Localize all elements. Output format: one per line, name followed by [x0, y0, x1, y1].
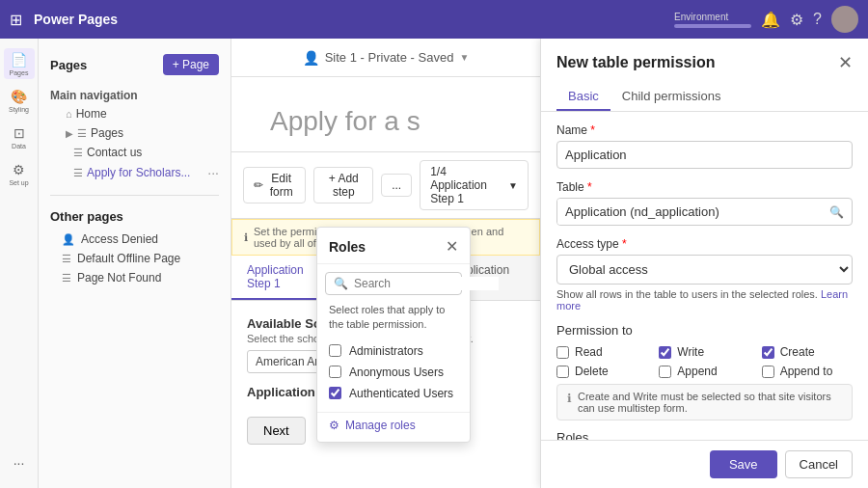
- panel-footer: Save Cancel: [541, 440, 868, 488]
- roles-desc: Select roles that apply to the table per…: [317, 303, 470, 340]
- permission-grid: Read Write Create Delete: [556, 345, 853, 378]
- perm-note-icon: ℹ: [567, 392, 572, 405]
- sidebar-item-pages[interactable]: ▶ ☰ Pages: [39, 123, 231, 143]
- main-layout: 📄 Pages 🎨 Styling ⊡ Data ⚙ Set up ··· Pa…: [0, 39, 868, 488]
- content-area: 👤 Site 1 - Private - Saved ▼ Apply for a…: [231, 39, 540, 488]
- access-denied-icon: 👤: [62, 233, 75, 246]
- offline-icon: ☰: [62, 253, 71, 265]
- sidebar-item-offline[interactable]: ☰ Default Offline Page: [39, 249, 231, 268]
- page-heading: Apply for a s: [231, 77, 540, 152]
- manage-roles-link[interactable]: ⚙ Manage roles: [317, 412, 470, 442]
- add-page-button[interactable]: + Page: [163, 54, 219, 75]
- write-checkbox[interactable]: [659, 346, 671, 359]
- sidebar-item-contact[interactable]: ☰ Contact us: [39, 143, 231, 162]
- perm-append[interactable]: Append: [659, 365, 749, 378]
- manage-roles-icon: ⚙: [329, 419, 339, 432]
- apply-icon: ☰: [73, 167, 83, 179]
- main-nav-group: Main navigation ⌂ Home ▶ ☰ Pages ☰ Conta…: [39, 81, 231, 187]
- access-type-select[interactable]: Global access Contact access Account acc…: [556, 255, 853, 285]
- avatar[interactable]: [831, 6, 858, 33]
- access-type-group: Access type * Global access Contact acce…: [556, 237, 853, 312]
- apply-more-icon[interactable]: ···: [207, 165, 219, 180]
- roles-popup-title: Roles: [329, 239, 366, 255]
- delete-checkbox[interactable]: [556, 366, 569, 378]
- roles-list: Administrators Anonymous Users Authentic…: [317, 340, 470, 412]
- iconbar-more[interactable]: ···: [4, 447, 35, 478]
- panel-title: New table permission: [556, 54, 716, 71]
- env-label: Environment: [674, 12, 751, 22]
- perm-create[interactable]: Create: [762, 345, 853, 359]
- pages-item-icon: ☰: [77, 127, 87, 140]
- contact-icon: ☰: [73, 147, 83, 159]
- site-info: Site 1 - Private - Saved: [325, 50, 454, 65]
- sidebar-item-home[interactable]: ⌂ Home: [39, 104, 231, 123]
- next-button[interactable]: Next: [247, 417, 306, 445]
- settings-icon[interactable]: ⚙: [790, 11, 803, 29]
- anonymous-checkbox[interactable]: [329, 366, 341, 378]
- name-input[interactable]: [556, 141, 853, 169]
- perm-append-to[interactable]: Append to: [762, 365, 853, 378]
- data-icon: ⊡: [14, 125, 25, 141]
- edit-form-button[interactable]: ✏ Edit form: [243, 167, 306, 203]
- table-search-icon: 🔍: [822, 205, 852, 219]
- perm-write[interactable]: Write: [659, 345, 749, 359]
- app-title: Power Pages: [34, 12, 666, 27]
- panel-header: New table permission ✕ Basic Child permi…: [541, 39, 868, 112]
- panel-tab-basic[interactable]: Basic: [556, 83, 610, 111]
- notification-icon[interactable]: 🔔: [761, 11, 780, 29]
- add-step-button[interactable]: + Add step: [313, 167, 373, 203]
- access-info: Show all rows in the table to users in t…: [556, 288, 853, 312]
- iconbar-styling[interactable]: 🎨 Styling: [4, 85, 35, 116]
- roles-popup-header: Roles ✕: [317, 228, 470, 264]
- pages-icon: 📄: [11, 52, 27, 68]
- topbar-right: Environment 🔔 ⚙ ?: [674, 6, 858, 33]
- roles-section: Roles + + Add roles 👤 Authenticated User…: [556, 430, 853, 440]
- save-button[interactable]: Save: [710, 450, 777, 478]
- roles-popup: Roles ✕ 🔍 Select roles that apply to the…: [316, 227, 471, 443]
- admin-checkbox[interactable]: [329, 344, 341, 357]
- iconbar-data[interactable]: ⊡ Data: [4, 122, 35, 152]
- sidebar-item-not-found[interactable]: ☰ Page Not Found: [39, 268, 231, 287]
- form-toolbar: ✏ Edit form + Add step ... 1/4 Applicati…: [231, 152, 540, 219]
- panel-title-row: New table permission ✕: [556, 52, 853, 73]
- table-input[interactable]: [557, 199, 822, 225]
- sidebar-divider: [50, 195, 219, 196]
- perm-note: ℹ Create and Write must be selected so t…: [556, 384, 853, 420]
- step-indicator[interactable]: 1/4 Application Step 1 ▼: [420, 160, 529, 210]
- roles-search-input[interactable]: [354, 277, 499, 290]
- roles-item-authenticated[interactable]: Authenticated Users: [329, 383, 458, 404]
- cancel-button[interactable]: Cancel: [785, 450, 853, 478]
- permission-title: Permission to: [556, 323, 853, 338]
- roles-popup-close-button[interactable]: ✕: [446, 237, 458, 256]
- info-icon: ℹ: [244, 231, 248, 244]
- append-checkbox[interactable]: [659, 366, 671, 378]
- not-found-icon: ☰: [62, 272, 71, 285]
- env-bar: [674, 24, 751, 28]
- panel-tabs: Basic Child permissions: [556, 83, 853, 111]
- help-icon[interactable]: ?: [813, 11, 822, 28]
- panel-body: Name * Table * 🔍 Access type: [541, 112, 868, 440]
- roles-item-administrators[interactable]: Administrators: [329, 340, 458, 362]
- panel-close-button[interactable]: ✕: [838, 52, 853, 73]
- sidebar-item-apply[interactable]: ☰ Apply for Scholars... ···: [39, 162, 231, 183]
- iconbar-setup[interactable]: ⚙ Set up: [4, 158, 35, 189]
- append-to-checkbox[interactable]: [762, 366, 774, 378]
- create-checkbox[interactable]: [762, 346, 774, 359]
- name-field-group: Name *: [556, 123, 853, 169]
- right-panel: New table permission ✕ Basic Child permi…: [540, 39, 868, 488]
- dropdown-icon[interactable]: ▼: [459, 52, 469, 63]
- more-options-button[interactable]: ...: [381, 174, 412, 197]
- main-nav-title: Main navigation: [39, 85, 231, 104]
- panel-tab-child[interactable]: Child permissions: [610, 83, 733, 111]
- sidebar-title: Pages + Page: [39, 48, 231, 81]
- topbar: ⊞ Power Pages Environment 🔔 ⚙ ?: [0, 0, 868, 39]
- perm-read[interactable]: Read: [556, 345, 647, 359]
- read-checkbox[interactable]: [556, 346, 569, 359]
- sidebar-item-access-denied[interactable]: 👤 Access Denied: [39, 230, 231, 249]
- content-topbar: 👤 Site 1 - Private - Saved ▼: [231, 39, 540, 77]
- perm-delete[interactable]: Delete: [556, 365, 647, 378]
- authenticated-checkbox[interactable]: [329, 387, 341, 399]
- iconbar-pages[interactable]: 📄 Pages: [4, 48, 35, 79]
- table-label: Table *: [556, 180, 853, 194]
- roles-item-anonymous[interactable]: Anonymous Users: [329, 362, 458, 383]
